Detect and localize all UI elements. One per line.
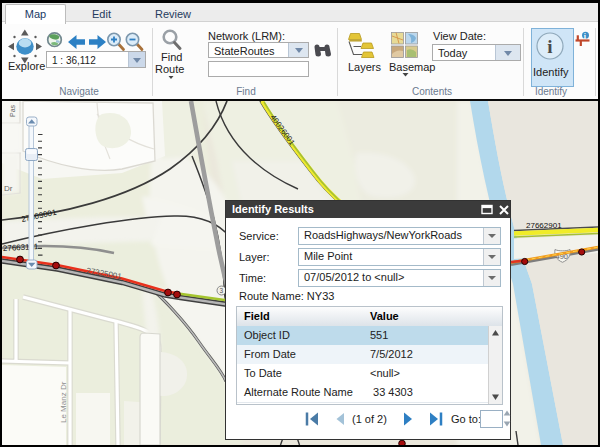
svg-text:Pas: Pas xyxy=(9,104,16,117)
svg-text:3: 3 xyxy=(220,287,224,294)
svg-text:i: i xyxy=(547,36,552,57)
svg-text:Dr: Dr xyxy=(4,184,13,193)
svg-text:27662901: 27662901 xyxy=(526,221,562,230)
svg-text:Le Manz Dr: Le Manz Dr xyxy=(59,381,68,423)
